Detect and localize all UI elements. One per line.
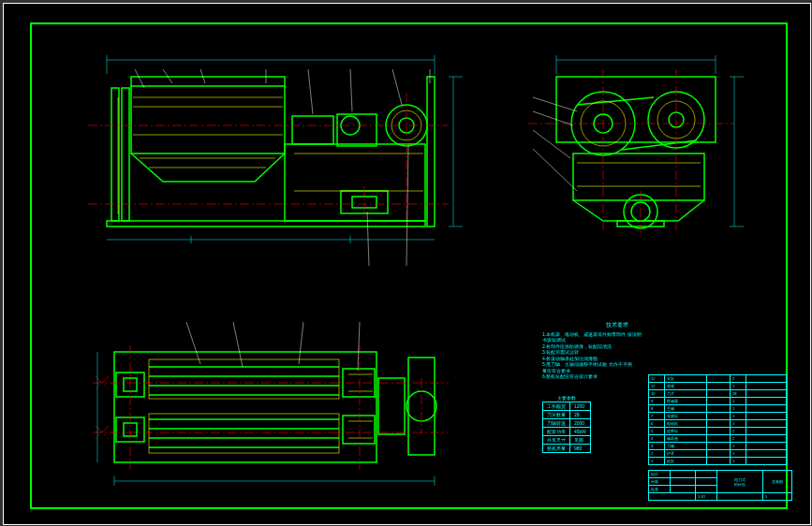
svg-rect-79 — [343, 416, 375, 444]
table-row: 刀片数量28 — [543, 411, 591, 419]
table-row: 外形尺寸见图 — [543, 436, 591, 445]
tb-sheet: 1 — [763, 493, 792, 501]
table-row: 2护罩1 — [649, 450, 787, 458]
tb-checked-label: 审核 — [649, 478, 671, 486]
svg-line-112 — [299, 322, 303, 364]
title-block: 设计 甩刀式粉碎机 总装图 审核 批准 1:10 1 — [648, 470, 792, 501]
table-row: 10刀片28 — [649, 390, 787, 398]
spec-table: 主要参数 工作幅宽1200 刀片数量28 刀轴转速2000 配套功率45kW 外… — [542, 395, 591, 453]
tb-approved-label: 批准 — [649, 486, 671, 493]
svg-rect-73 — [114, 352, 376, 462]
svg-line-111 — [233, 322, 243, 367]
tb-title: 甩刀式粉碎机 — [717, 471, 763, 493]
parts-list: 12支架2 11底座1 10刀片28 9联轴器1 8主轴1 7张紧轮1 6电动机… — [648, 374, 787, 465]
table-row: 7张紧轮1 — [649, 413, 787, 420]
technical-notes: 技术要求 1.本机器、电动机、减速器等外购零部件 按说明 书安装调试 2.各部件… — [542, 322, 692, 380]
svg-rect-82 — [408, 358, 435, 455]
table-row: 整机质量980 — [543, 445, 591, 453]
table-row: 配套功率45kW — [543, 428, 591, 436]
table-row: 9联轴器1 — [649, 398, 787, 405]
table-row: 11底座1 — [649, 383, 787, 390]
table-row: 8主轴1 — [649, 405, 787, 413]
table-row: 刀轴转速2000 — [543, 419, 591, 428]
svg-line-110 — [186, 322, 200, 364]
svg-rect-80 — [378, 378, 405, 434]
tb-dwgno: 总装图 — [763, 471, 792, 493]
table-row: 6电动机1 — [649, 420, 787, 428]
table-row: 1机架1 — [649, 458, 787, 465]
table-row: 12支架2 — [649, 375, 787, 383]
spec-table-title: 主要参数 — [542, 395, 591, 401]
tb-scale: 1:10 — [696, 493, 717, 501]
table-row: 4轴承座2 — [649, 435, 787, 443]
svg-rect-91 — [149, 359, 339, 399]
notes-title: 技术要求 — [542, 322, 692, 329]
cad-canvas: 技术要求 1.本机器、电动机、减速器等外购零部件 按说明 书安装调试 2.各部件… — [3, 3, 811, 525]
tb-drawn-label: 设计 — [649, 471, 671, 478]
table-row: 工作幅宽1200 — [543, 402, 591, 411]
table-row: 3刀轴1 — [649, 443, 787, 450]
table-row: 5皮带轮2 — [649, 428, 787, 435]
